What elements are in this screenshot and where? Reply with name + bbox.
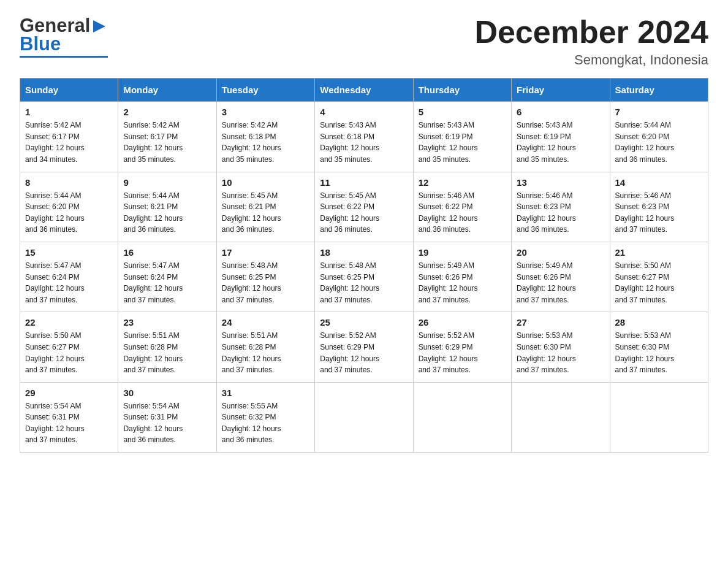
day-number: 29 — [25, 388, 113, 398]
empty-day-cell — [610, 382, 708, 452]
day-number: 22 — [25, 317, 113, 327]
calendar-table: SundayMondayTuesdayWednesdayThursdayFrid… — [20, 78, 708, 453]
day-number: 15 — [25, 247, 113, 258]
day-number: 11 — [320, 177, 408, 188]
calendar-week-row: 15Sunrise: 5:47 AMSunset: 6:24 PMDayligh… — [20, 242, 708, 312]
col-header-sunday: Sunday — [20, 79, 118, 102]
calendar-day-cell: 27Sunrise: 5:53 AMSunset: 6:30 PMDayligh… — [512, 312, 610, 382]
calendar-day-cell: 28Sunrise: 5:53 AMSunset: 6:30 PMDayligh… — [610, 312, 708, 382]
calendar-day-cell: 9Sunrise: 5:44 AMSunset: 6:21 PMDaylight… — [118, 172, 216, 242]
calendar-day-cell: 25Sunrise: 5:52 AMSunset: 6:29 PMDayligh… — [315, 312, 413, 382]
calendar-day-cell: 14Sunrise: 5:46 AMSunset: 6:23 PMDayligh… — [610, 172, 708, 242]
calendar-day-cell: 19Sunrise: 5:49 AMSunset: 6:26 PMDayligh… — [413, 242, 511, 312]
day-info: Sunrise: 5:50 AMSunset: 6:27 PMDaylight:… — [25, 330, 113, 375]
day-info: Sunrise: 5:42 AMSunset: 6:17 PMDaylight:… — [123, 120, 211, 165]
day-number: 20 — [517, 247, 604, 258]
day-number: 27 — [517, 317, 604, 327]
day-info: Sunrise: 5:48 AMSunset: 6:25 PMDaylight:… — [222, 260, 309, 305]
calendar-day-cell: 4Sunrise: 5:43 AMSunset: 6:18 PMDaylight… — [315, 102, 413, 172]
calendar-day-cell: 7Sunrise: 5:44 AMSunset: 6:20 PMDaylight… — [610, 102, 708, 172]
day-number: 12 — [419, 177, 506, 188]
calendar-day-cell: 31Sunrise: 5:55 AMSunset: 6:32 PMDayligh… — [216, 382, 314, 452]
day-info: Sunrise: 5:48 AMSunset: 6:25 PMDaylight:… — [320, 260, 408, 305]
day-number: 30 — [123, 388, 211, 398]
day-number: 5 — [419, 107, 506, 117]
calendar-day-cell: 20Sunrise: 5:49 AMSunset: 6:26 PMDayligh… — [512, 242, 610, 312]
day-info: Sunrise: 5:54 AMSunset: 6:31 PMDaylight:… — [123, 400, 211, 446]
calendar-day-cell: 15Sunrise: 5:47 AMSunset: 6:24 PMDayligh… — [20, 242, 118, 312]
svg-marker-0 — [93, 20, 105, 33]
calendar-header-row: SundayMondayTuesdayWednesdayThursdayFrid… — [20, 79, 708, 102]
calendar-day-cell: 12Sunrise: 5:46 AMSunset: 6:22 PMDayligh… — [413, 172, 511, 242]
calendar-day-cell: 18Sunrise: 5:48 AMSunset: 6:25 PMDayligh… — [315, 242, 413, 312]
day-number: 3 — [222, 107, 309, 117]
day-number: 14 — [615, 177, 703, 188]
day-number: 13 — [517, 177, 604, 188]
calendar-day-cell: 8Sunrise: 5:44 AMSunset: 6:20 PMDaylight… — [20, 172, 118, 242]
page-header: General Blue December 2024 Semongkat, In… — [20, 15, 708, 68]
day-number: 10 — [222, 177, 309, 188]
calendar-day-cell: 22Sunrise: 5:50 AMSunset: 6:27 PMDayligh… — [20, 312, 118, 382]
day-info: Sunrise: 5:46 AMSunset: 6:23 PMDaylight:… — [615, 190, 703, 236]
day-info: Sunrise: 5:49 AMSunset: 6:26 PMDaylight:… — [419, 260, 506, 305]
empty-day-cell — [512, 382, 610, 452]
day-info: Sunrise: 5:43 AMSunset: 6:19 PMDaylight:… — [517, 120, 604, 165]
logo-blue-text: Blue — [20, 33, 61, 55]
day-info: Sunrise: 5:44 AMSunset: 6:20 PMDaylight:… — [615, 120, 703, 165]
day-info: Sunrise: 5:46 AMSunset: 6:23 PMDaylight:… — [517, 190, 604, 236]
day-number: 26 — [419, 317, 506, 327]
calendar-day-cell: 11Sunrise: 5:45 AMSunset: 6:22 PMDayligh… — [315, 172, 413, 242]
col-header-friday: Friday — [512, 79, 610, 102]
calendar-week-row: 8Sunrise: 5:44 AMSunset: 6:20 PMDaylight… — [20, 172, 708, 242]
title-section: December 2024 Semongkat, Indonesia — [474, 15, 708, 68]
day-number: 17 — [222, 247, 309, 258]
calendar-day-cell: 17Sunrise: 5:48 AMSunset: 6:25 PMDayligh… — [216, 242, 314, 312]
calendar-day-cell: 21Sunrise: 5:50 AMSunset: 6:27 PMDayligh… — [610, 242, 708, 312]
col-header-monday: Monday — [118, 79, 216, 102]
location-title: Semongkat, Indonesia — [474, 52, 708, 68]
day-number: 7 — [615, 107, 703, 117]
calendar-day-cell: 26Sunrise: 5:52 AMSunset: 6:29 PMDayligh… — [413, 312, 511, 382]
day-number: 31 — [222, 388, 309, 398]
day-info: Sunrise: 5:47 AMSunset: 6:24 PMDaylight:… — [25, 260, 113, 305]
day-number: 19 — [419, 247, 506, 258]
day-number: 21 — [615, 247, 703, 258]
calendar-day-cell: 24Sunrise: 5:51 AMSunset: 6:28 PMDayligh… — [216, 312, 314, 382]
day-number: 16 — [123, 247, 211, 258]
logo-arrow-icon — [91, 18, 108, 35]
calendar-day-cell: 16Sunrise: 5:47 AMSunset: 6:24 PMDayligh… — [118, 242, 216, 312]
calendar-day-cell: 10Sunrise: 5:45 AMSunset: 6:21 PMDayligh… — [216, 172, 314, 242]
logo-underline — [20, 56, 108, 58]
day-number: 9 — [123, 177, 211, 188]
day-info: Sunrise: 5:46 AMSunset: 6:22 PMDaylight:… — [419, 190, 506, 236]
day-info: Sunrise: 5:52 AMSunset: 6:29 PMDaylight:… — [320, 330, 408, 375]
calendar-day-cell: 13Sunrise: 5:46 AMSunset: 6:23 PMDayligh… — [512, 172, 610, 242]
day-info: Sunrise: 5:53 AMSunset: 6:30 PMDaylight:… — [517, 330, 604, 375]
calendar-day-cell: 1Sunrise: 5:42 AMSunset: 6:17 PMDaylight… — [20, 102, 118, 172]
logo: General Blue — [20, 15, 108, 58]
calendar-week-row: 1Sunrise: 5:42 AMSunset: 6:17 PMDaylight… — [20, 102, 708, 172]
day-info: Sunrise: 5:51 AMSunset: 6:28 PMDaylight:… — [123, 330, 211, 375]
day-info: Sunrise: 5:52 AMSunset: 6:29 PMDaylight:… — [419, 330, 506, 375]
day-info: Sunrise: 5:45 AMSunset: 6:22 PMDaylight:… — [320, 190, 408, 236]
day-info: Sunrise: 5:51 AMSunset: 6:28 PMDaylight:… — [222, 330, 309, 375]
calendar-week-row: 29Sunrise: 5:54 AMSunset: 6:31 PMDayligh… — [20, 382, 708, 452]
day-number: 4 — [320, 107, 408, 117]
day-info: Sunrise: 5:42 AMSunset: 6:17 PMDaylight:… — [25, 120, 113, 165]
day-info: Sunrise: 5:45 AMSunset: 6:21 PMDaylight:… — [222, 190, 309, 236]
day-number: 2 — [123, 107, 211, 117]
day-info: Sunrise: 5:44 AMSunset: 6:21 PMDaylight:… — [123, 190, 211, 236]
day-info: Sunrise: 5:47 AMSunset: 6:24 PMDaylight:… — [123, 260, 211, 305]
calendar-week-row: 22Sunrise: 5:50 AMSunset: 6:27 PMDayligh… — [20, 312, 708, 382]
day-info: Sunrise: 5:44 AMSunset: 6:20 PMDaylight:… — [25, 190, 113, 236]
col-header-wednesday: Wednesday — [315, 79, 413, 102]
day-info: Sunrise: 5:43 AMSunset: 6:19 PMDaylight:… — [419, 120, 506, 165]
day-number: 1 — [25, 107, 113, 117]
calendar-day-cell: 29Sunrise: 5:54 AMSunset: 6:31 PMDayligh… — [20, 382, 118, 452]
day-info: Sunrise: 5:54 AMSunset: 6:31 PMDaylight:… — [25, 400, 113, 446]
col-header-thursday: Thursday — [413, 79, 511, 102]
day-info: Sunrise: 5:49 AMSunset: 6:26 PMDaylight:… — [517, 260, 604, 305]
empty-day-cell — [315, 382, 413, 452]
calendar-day-cell: 5Sunrise: 5:43 AMSunset: 6:19 PMDaylight… — [413, 102, 511, 172]
calendar-day-cell: 23Sunrise: 5:51 AMSunset: 6:28 PMDayligh… — [118, 312, 216, 382]
